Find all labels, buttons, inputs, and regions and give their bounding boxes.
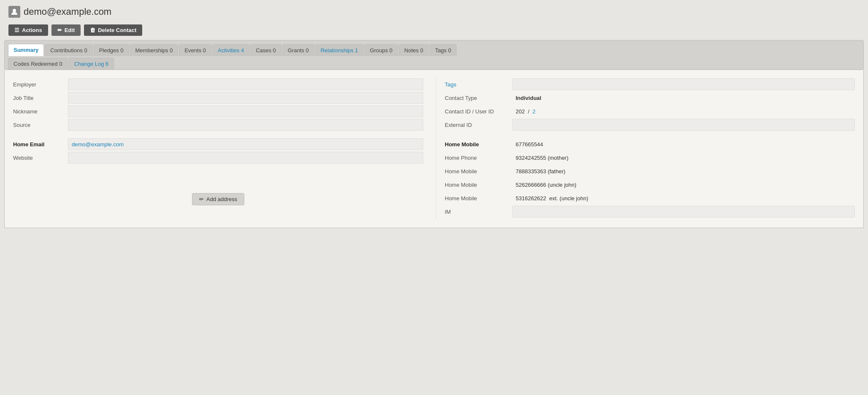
tab-codes-redeemed[interactable]: Codes Redeemed 0 — [8, 58, 68, 70]
tags-link[interactable]: Tags — [445, 81, 456, 88]
home-mobile-4-value: 5316262622 ext. (uncle john) — [512, 192, 855, 204]
source-label: Source — [13, 119, 68, 131]
job-title-row: Job Title — [13, 92, 423, 104]
im-value — [512, 206, 855, 218]
tab-contributions[interactable]: Contributions 0 — [45, 44, 92, 56]
employer-row: Employer — [13, 78, 423, 90]
im-row: IM — [445, 206, 855, 218]
home-phone-value: 9324242555 (mother) — [512, 152, 855, 164]
tab-memberships[interactable]: Memberships 0 — [130, 44, 178, 56]
svg-point-0 — [13, 9, 16, 12]
delete-contact-button[interactable]: 🗑 Delete Contact — [84, 24, 142, 36]
home-phone-row: Home Phone 9324242555 (mother) — [445, 152, 855, 164]
home-mobile-3-value: 5262666666 (uncle john) — [512, 179, 855, 191]
trash-icon: 🗑 — [90, 27, 95, 33]
home-email-row: Home Email demo@example.com — [13, 138, 423, 150]
person-icon — [8, 6, 20, 18]
home-mobile-3-row: Home Mobile 5262666666 (uncle john) — [445, 179, 855, 191]
contact-id-row: Contact ID / User ID 202 / 2 — [445, 105, 855, 117]
tab-change-log[interactable]: Change Log 6 — [69, 58, 114, 70]
left-column: Employer Job Title Nickname Source Home … — [13, 78, 436, 219]
home-mobile-4-row: Home Mobile 5316262622 ext. (uncle john) — [445, 192, 855, 204]
tags-row: Tags — [445, 78, 855, 90]
contact-title: demo@example.com — [8, 6, 111, 18]
home-email-value: demo@example.com — [68, 138, 423, 150]
nickname-row: Nickname — [13, 105, 423, 117]
nickname-label: Nickname — [13, 105, 68, 117]
home-email-label: Home Email — [13, 138, 68, 150]
tab-grants[interactable]: Grants 0 — [282, 44, 314, 56]
tab-summary[interactable]: Summary — [8, 44, 44, 56]
tab-relationships[interactable]: Relationships 1 — [315, 44, 364, 56]
contact-id-label: Contact ID / User ID — [445, 105, 512, 117]
actions-button[interactable]: ☰ Actions — [8, 24, 48, 36]
external-id-value — [512, 119, 855, 131]
home-mobile-2-value: 7888335363 (father) — [512, 165, 855, 177]
home-mobile-2-row: Home Mobile 7888335363 (father) — [445, 165, 855, 177]
external-id-label: External ID — [445, 119, 512, 131]
website-label: Website — [13, 152, 68, 164]
source-value — [68, 119, 423, 131]
home-mobile-3-label: Home Mobile — [445, 179, 512, 191]
employer-label: Employer — [13, 78, 68, 90]
action-bar: ☰ Actions ✏ Edit 🗑 Delete Contact — [0, 22, 868, 40]
contact-type-label: Contact Type — [445, 92, 512, 104]
contact-type-value: Individual — [512, 92, 855, 104]
tab-pledges[interactable]: Pledges 0 — [94, 44, 129, 56]
home-mobile-primary-row: Home Mobile 677665544 — [445, 138, 855, 150]
im-label: IM — [445, 206, 512, 218]
tab-groups[interactable]: Groups 0 — [365, 44, 398, 56]
website-value — [68, 152, 423, 164]
website-row: Website — [13, 152, 423, 164]
tabs-row-1: Summary Contributions 0 Pledges 0 Member… — [8, 44, 860, 56]
home-phone-label: Home Phone — [445, 152, 512, 164]
tabs-container: Summary Contributions 0 Pledges 0 Member… — [4, 40, 864, 70]
job-title-value — [68, 92, 423, 104]
add-address-button[interactable]: ✏ Add address — [192, 193, 244, 205]
home-mobile-primary-value: 677665544 — [512, 138, 855, 150]
content-area: Employer Job Title Nickname Source Home … — [4, 70, 864, 228]
pencil-icon: ✏ — [199, 196, 204, 202]
tab-tags[interactable]: Tags 0 — [430, 44, 457, 56]
external-id-row: External ID — [445, 119, 855, 131]
right-column: Tags Contact Type Individual Contact ID … — [436, 78, 855, 219]
contact-type-row: Contact Type Individual — [445, 92, 855, 104]
edit-icon: ✏ — [57, 27, 62, 33]
job-title-label: Job Title — [13, 92, 68, 104]
page-wrapper: demo@example.com ☰ Actions ✏ Edit 🗑 Dele… — [0, 0, 868, 395]
tab-events[interactable]: Events 0 — [179, 44, 211, 56]
edit-button[interactable]: ✏ Edit — [51, 24, 81, 36]
home-email-link[interactable]: demo@example.com — [72, 141, 124, 148]
tab-notes[interactable]: Notes 0 — [399, 44, 429, 56]
tabs-row-2: Codes Redeemed 0 Change Log 6 — [8, 58, 860, 70]
tab-cases[interactable]: Cases 0 — [250, 44, 281, 56]
menu-icon: ☰ — [14, 27, 19, 33]
add-address-wrapper: ✏ Add address — [13, 180, 423, 205]
nickname-value — [68, 105, 423, 117]
contact-id-value: 202 / 2 — [512, 105, 855, 117]
tab-activities[interactable]: Activities 4 — [212, 44, 249, 56]
contact-header: demo@example.com — [0, 0, 868, 22]
home-mobile-4-label: Home Mobile — [445, 192, 512, 204]
home-mobile-2-label: Home Mobile — [445, 165, 512, 177]
employer-value — [68, 78, 423, 90]
user-id-link[interactable]: 2 — [533, 108, 535, 115]
page-title: demo@example.com — [24, 6, 111, 17]
tags-label: Tags — [445, 78, 512, 90]
source-row: Source — [13, 119, 423, 131]
tags-value — [512, 78, 855, 90]
home-mobile-primary-label: Home Mobile — [445, 138, 512, 150]
